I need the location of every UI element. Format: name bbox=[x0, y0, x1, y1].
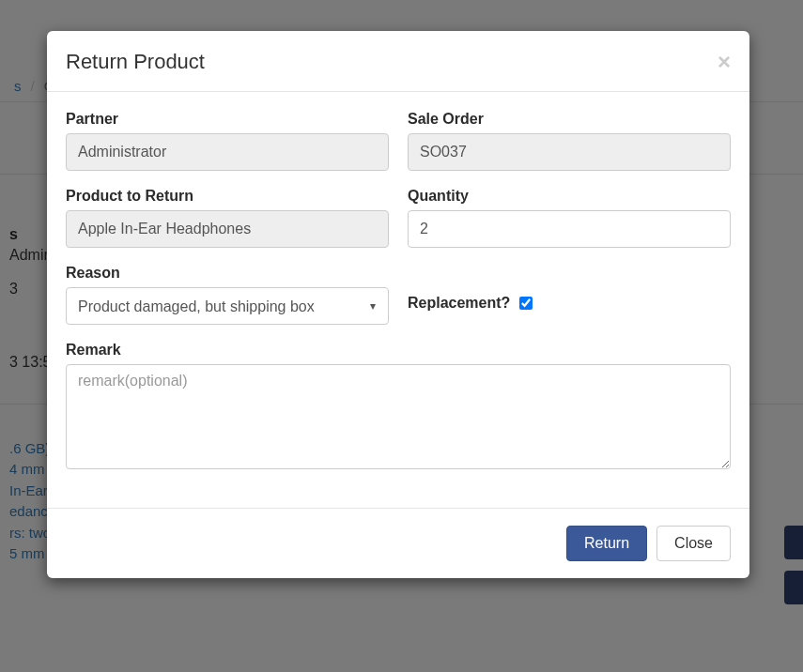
modal-title: Return Product bbox=[66, 50, 205, 74]
modal-body: Partner Sale Order Product to Return Qua… bbox=[47, 92, 749, 508]
reason-label: Reason bbox=[66, 265, 389, 282]
remark-textarea[interactable] bbox=[66, 364, 731, 469]
close-icon[interactable]: × bbox=[718, 51, 731, 73]
return-button[interactable]: Return bbox=[566, 526, 647, 561]
reason-select[interactable]: Product damaged, but shipping box bbox=[66, 287, 389, 325]
sale-order-label: Sale Order bbox=[408, 111, 731, 128]
quantity-label: Quantity bbox=[408, 188, 731, 205]
modal-footer: Return Close bbox=[47, 508, 749, 578]
return-product-modal: Return Product × Partner Sale Order Prod… bbox=[47, 31, 749, 578]
quantity-input[interactable] bbox=[408, 210, 731, 248]
product-input bbox=[66, 210, 389, 248]
partner-label: Partner bbox=[66, 111, 389, 128]
remark-label: Remark bbox=[66, 342, 731, 359]
product-label: Product to Return bbox=[66, 188, 389, 205]
modal-header: Return Product × bbox=[47, 31, 749, 92]
sale-order-input bbox=[408, 133, 731, 171]
partner-input bbox=[66, 133, 389, 171]
replacement-label: Replacement? bbox=[408, 295, 510, 312]
replacement-checkbox[interactable] bbox=[519, 297, 533, 310]
close-button[interactable]: Close bbox=[656, 526, 731, 561]
